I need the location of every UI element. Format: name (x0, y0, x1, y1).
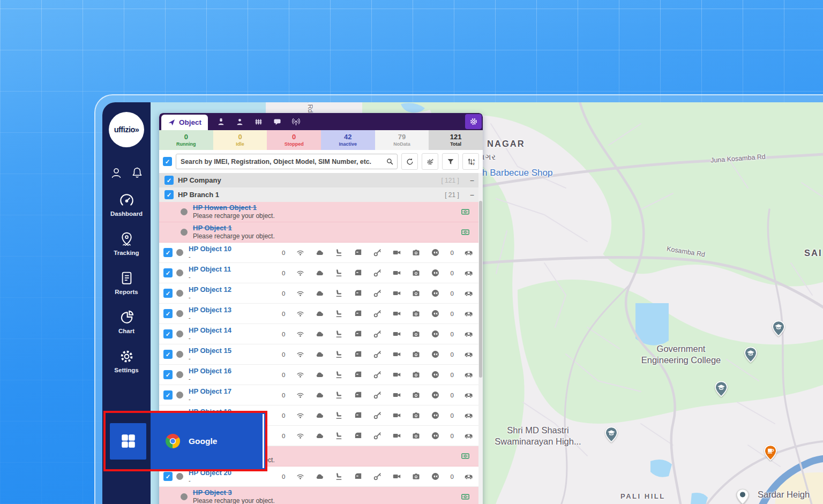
carlock-icon (464, 289, 473, 298)
object-row[interactable]: HP Object 17 - 00 (159, 385, 483, 405)
map-pin-school[interactable] (744, 347, 758, 363)
tab-worker-icon[interactable] (216, 117, 226, 126)
count-value: 0 (450, 473, 453, 480)
counter-total[interactable]: 121 Total (429, 130, 483, 150)
sidebar-item-chart[interactable]: Chart (102, 310, 151, 334)
tab-driver-icon[interactable] (235, 117, 244, 126)
tab-chat-icon[interactable] (273, 117, 282, 126)
object-name-link[interactable]: HP Object 15 (189, 347, 269, 355)
row-checkbox[interactable] (163, 248, 173, 257)
object-name-link[interactable]: HP Object 3 (193, 488, 275, 497)
google-launcher-item[interactable]: Google (151, 413, 265, 469)
filter-button[interactable] (442, 153, 459, 170)
map-pin-cafe[interactable] (764, 445, 777, 461)
column-settings-button[interactable] (422, 153, 438, 170)
object-row[interactable]: HP Object 11 - 00 (159, 263, 483, 283)
sort-button[interactable] (462, 153, 479, 170)
count-value: 0 (450, 433, 453, 439)
counter-nodata[interactable]: 79 NoData (375, 130, 429, 150)
row-checkbox[interactable] (163, 390, 173, 400)
row-checkbox[interactable] (163, 268, 173, 277)
object-row[interactable]: HP Object 16 - 00 (159, 365, 483, 385)
select-all-checkbox[interactable] (163, 157, 172, 166)
row-checkbox[interactable] (163, 309, 173, 318)
object-row[interactable]: HP Object 14 - 00 (159, 324, 483, 344)
sidebar-item-dashboard[interactable]: Dashboard (102, 192, 151, 217)
object-name-link[interactable]: HP Object 14 (189, 326, 269, 335)
object-name-link[interactable]: HP Object 12 (189, 285, 269, 294)
status-dot-icon (176, 392, 183, 398)
user-icon[interactable] (110, 167, 123, 179)
counter-value: 121 (450, 133, 462, 141)
row-checkbox[interactable] (163, 350, 173, 359)
map-label[interactable]: Shri MD Shastri Swaminarayan High... (495, 425, 581, 448)
carlock-icon (464, 329, 473, 338)
recharge-cash-icon[interactable] (461, 228, 470, 237)
group-checkbox[interactable] (164, 176, 174, 185)
camera-icon (412, 370, 421, 379)
counter-running[interactable]: 0 Running (159, 130, 213, 150)
group-row[interactable]: HP Branch 1 [ 21 ] − (159, 187, 483, 202)
key-icon (373, 329, 382, 338)
recharge-cash-icon[interactable] (461, 207, 470, 216)
search-bar (159, 150, 483, 173)
map-pin-school[interactable] (714, 381, 728, 397)
scrollbar-track[interactable] (478, 173, 483, 504)
object-name-link[interactable]: HP Howen Object 1 (193, 204, 275, 212)
bell-icon[interactable] (131, 167, 144, 179)
tab-geofence-icon[interactable] (254, 117, 263, 126)
row-checkbox[interactable] (163, 370, 173, 379)
counter-inactive[interactable]: 42 Inactive (321, 130, 375, 150)
launcher-column (106, 413, 151, 469)
object-name-link[interactable]: HP Object 1 (193, 224, 275, 232)
object-name-link[interactable]: HP Object 16 (189, 367, 269, 375)
object-name-link[interactable]: HP Object 10 (189, 245, 269, 253)
object-name-link[interactable]: HP Object 17 (189, 387, 269, 396)
search-input[interactable] (179, 157, 386, 166)
object-row-alert[interactable]: HP Object 3 Please recharge your object. (159, 487, 483, 504)
counter-stopped[interactable]: 0 Stopped (267, 130, 321, 150)
map-pin-school[interactable] (604, 426, 618, 443)
panel-settings-button[interactable] (465, 114, 482, 129)
door-icon (354, 370, 363, 379)
refresh-button[interactable] (401, 153, 418, 170)
object-name-link[interactable]: HP Object 13 (189, 306, 269, 314)
map-pin-dot[interactable] (736, 488, 750, 504)
video-icon (392, 329, 401, 338)
tab-object[interactable]: Object (161, 115, 208, 130)
row-checkbox[interactable] (163, 329, 173, 338)
collapse-icon[interactable]: − (470, 176, 474, 185)
object-row-alert[interactable]: HP Howen Object 1 Please recharge your o… (159, 202, 483, 222)
row-checkbox[interactable] (163, 289, 173, 298)
tab-antenna-icon[interactable] (291, 117, 301, 126)
group-checkbox[interactable] (164, 190, 174, 199)
recharge-cash-icon[interactable] (461, 452, 470, 461)
sidebar-item-reports[interactable]: Reports (102, 270, 151, 295)
collapse-icon[interactable]: − (470, 191, 474, 199)
count-value: 0 (282, 433, 285, 439)
sidebar-item-tracking[interactable]: Tracking (102, 231, 151, 256)
object-row[interactable]: HP Object 13 - 00 (159, 304, 483, 324)
object-row-alert[interactable]: HP Object 1 Please recharge your object. (159, 222, 483, 243)
counter-idle[interactable]: 0 Idle (213, 130, 267, 150)
sidebar-item-settings[interactable]: Settings (102, 349, 151, 373)
object-row[interactable]: HP Object 15 - 00 (159, 344, 483, 365)
rewind-icon (431, 472, 440, 481)
search-icon[interactable] (386, 157, 394, 166)
object-name-link[interactable]: HP Object 11 (189, 265, 269, 274)
apps-grid-button[interactable] (110, 423, 146, 460)
status-dot-icon (176, 351, 183, 358)
scrollbar-thumb[interactable] (479, 201, 482, 378)
object-row[interactable]: HP Object 10 - 00 (159, 243, 483, 263)
map-label[interactable]: h Barbecue Shop (482, 168, 552, 178)
row-status-icons: 00 (269, 431, 478, 440)
document-icon (119, 270, 134, 286)
row-checkbox[interactable] (163, 472, 173, 481)
group-row[interactable]: HP Company [ 121 ] − (159, 173, 483, 187)
map-pin-school[interactable] (772, 320, 785, 337)
map-label[interactable]: Government Engineering College (641, 343, 721, 366)
tab-object-label: Object (179, 118, 201, 126)
map-label[interactable]: Sardar Heigh (758, 489, 810, 500)
recharge-cash-icon[interactable] (461, 492, 470, 501)
object-row[interactable]: HP Object 12 - 00 (159, 283, 483, 304)
